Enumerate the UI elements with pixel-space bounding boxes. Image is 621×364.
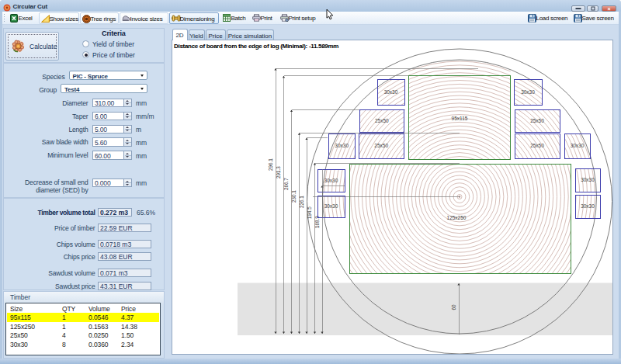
svg-text:30x30: 30x30 [324, 203, 338, 209]
svg-text:296.1: 296.1 [268, 158, 273, 171]
svg-text:266.7: 266.7 [283, 178, 289, 190]
svg-text:Distance of board from the edg: Distance of board from the edge of log (… [174, 43, 338, 50]
svg-text:30x30: 30x30 [521, 89, 535, 95]
svg-text:230.1: 230.1 [291, 190, 297, 203]
svg-text:95x115: 95x115 [452, 116, 468, 121]
svg-text:30x30: 30x30 [335, 143, 349, 148]
svg-text:30x30: 30x30 [581, 177, 595, 182]
svg-text:25x50: 25x50 [530, 118, 544, 123]
svg-text:25x50: 25x50 [375, 118, 389, 123]
svg-text:30x30: 30x30 [324, 178, 338, 183]
svg-text:226.1: 226.1 [299, 196, 304, 208]
svg-text:291.3: 291.3 [276, 166, 281, 179]
svg-text:25x50: 25x50 [374, 143, 388, 148]
svg-text:60: 60 [451, 304, 456, 310]
svg-text:25x50: 25x50 [530, 143, 544, 148]
svg-text:30x30: 30x30 [571, 143, 585, 148]
svg-text:125x250: 125x250 [447, 215, 467, 220]
svg-text:30x30: 30x30 [384, 89, 398, 95]
svg-text:30x30: 30x30 [581, 203, 595, 209]
